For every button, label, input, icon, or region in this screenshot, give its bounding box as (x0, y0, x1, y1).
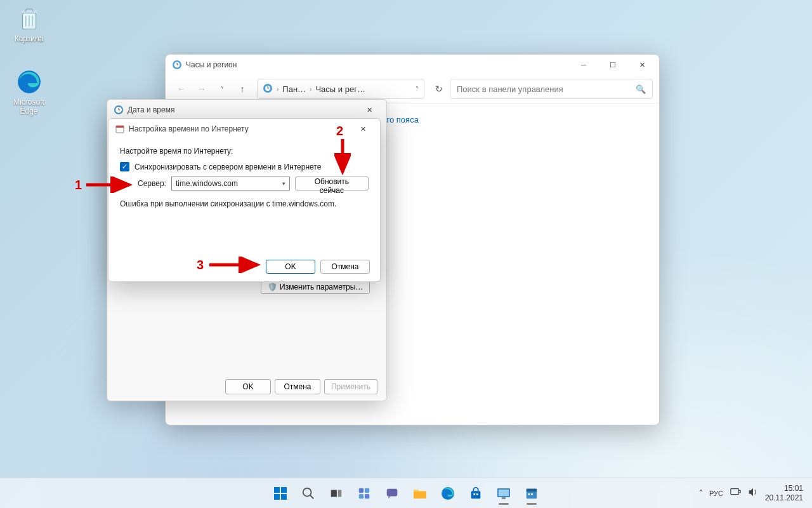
address-bar[interactable]: › Пан… › Часы и рег… ˅ (257, 79, 424, 99)
svg-rect-14 (274, 487, 280, 493)
recycle-bin[interactable]: Корзина (5, 5, 53, 43)
nav-refresh[interactable]: ↻ (429, 79, 449, 98)
cp-maximize[interactable]: ☐ (598, 55, 627, 74)
arrow-3 (207, 257, 263, 273)
tb-store[interactable] (463, 481, 488, 506)
svg-rect-31 (476, 493, 478, 495)
recycle-bin-label: Корзина (5, 34, 53, 43)
svg-rect-15 (281, 487, 287, 493)
cp-close[interactable]: ✕ (627, 55, 657, 74)
update-now-button[interactable]: Обновить сейчас (295, 177, 369, 190)
cp-title: Часы и регион (186, 60, 237, 69)
sync-error: Ошибка при выполнении синхронизации с ti… (120, 199, 369, 208)
nav-forward[interactable]: → (192, 79, 211, 98)
server-label: Сервер: (138, 179, 166, 188)
svg-rect-1 (21, 10, 37, 13)
cp-titlebar[interactable]: Часы и регион ─ ☐ ✕ (166, 55, 659, 75)
sync-checkbox[interactable]: ✓ (120, 162, 129, 171)
tb-widgets[interactable] (351, 481, 377, 506)
svg-rect-16 (274, 494, 280, 500)
cp-minimize[interactable]: ─ (569, 55, 598, 74)
edge-shortcut[interactable]: Microsoft Edge (5, 69, 53, 116)
recycle-bin-icon (16, 5, 43, 32)
inet-cancel[interactable]: Отмена (320, 260, 370, 274)
dt-cancel[interactable]: Отмена (275, 379, 320, 394)
svg-rect-30 (473, 493, 475, 495)
svg-rect-24 (359, 493, 363, 498)
svg-rect-20 (331, 490, 337, 497)
language-indicator[interactable]: РУС (709, 490, 723, 497)
svg-rect-39 (731, 489, 739, 495)
globe-clock-icon (172, 60, 182, 70)
dt-close[interactable]: ✕ (355, 100, 384, 119)
server-combo[interactable]: time.windows.com ▾ (171, 177, 290, 190)
nav-up[interactable]: ↑ (233, 79, 252, 98)
annotation-1: 1 (75, 178, 82, 192)
date-icon (115, 124, 125, 134)
svg-rect-23 (365, 488, 369, 492)
chevron-down-icon: ▾ (282, 180, 285, 187)
svg-rect-17 (281, 494, 287, 500)
volume-icon[interactable] (747, 487, 759, 499)
tb-control-panel[interactable] (491, 481, 516, 506)
svg-rect-29 (471, 491, 481, 498)
sync-label: Синхронизировать с сервером времени в Ин… (134, 163, 321, 171)
tb-taskview[interactable] (324, 481, 349, 506)
edge-icon (16, 69, 43, 95)
svg-rect-25 (365, 493, 369, 498)
clock-icon (114, 105, 124, 115)
taskbar: ˄ РУС 15:01 20.11.2021 (0, 478, 812, 508)
clock-date: 20.11.2021 (765, 493, 803, 502)
nav-recent[interactable]: ˅ (213, 79, 232, 98)
search-placeholder: Поиск в панели управления (457, 84, 563, 94)
arrow-1 (84, 177, 134, 193)
dt-titlebar[interactable]: Дата и время ✕ (107, 100, 386, 120)
shield-icon: 🛡️ (268, 283, 277, 291)
inet-ok[interactable]: OK (266, 260, 315, 274)
cp-search[interactable]: Поиск в панели управления 🔍 (450, 79, 653, 99)
svg-rect-38 (531, 493, 533, 495)
tb-date-time[interactable] (519, 481, 544, 506)
network-icon[interactable] (730, 487, 741, 499)
inet-title: Настройка времени по Интернету (129, 124, 249, 133)
nav-back[interactable]: ← (172, 79, 191, 98)
dt-apply: Применить (324, 379, 377, 394)
svg-line-19 (310, 495, 314, 498)
svg-rect-22 (359, 488, 363, 492)
svg-rect-27 (414, 491, 426, 498)
annotation-3: 3 (197, 258, 204, 272)
arrow-2 (334, 137, 351, 177)
svg-rect-34 (502, 497, 506, 499)
tb-edge[interactable] (435, 481, 461, 506)
tb-explorer[interactable] (407, 481, 433, 506)
start-button[interactable] (268, 481, 293, 506)
svg-rect-26 (387, 488, 398, 496)
inet-close[interactable]: ✕ (348, 119, 377, 138)
svg-rect-10 (116, 126, 124, 128)
tb-search[interactable] (296, 481, 321, 506)
clock[interactable]: 15:01 20.11.2021 (765, 484, 803, 502)
svg-rect-33 (499, 490, 509, 496)
tray-overflow[interactable]: ˄ (699, 489, 703, 498)
dt-ok[interactable]: OK (225, 379, 271, 394)
clock-time: 15:01 (765, 484, 803, 493)
server-value: time.windows.com (176, 179, 238, 188)
search-icon: 🔍 (636, 84, 646, 94)
svg-point-18 (303, 488, 311, 496)
globe-icon (263, 83, 273, 95)
change-params-button[interactable]: 🛡️ Изменить параметры… (261, 280, 370, 294)
tb-chat[interactable] (379, 481, 405, 506)
crumb-panel[interactable]: Пан… (282, 84, 306, 94)
inet-instruction: Настройте время по Интернету: (120, 147, 369, 156)
dt-title: Дата и время (128, 105, 174, 114)
edge-label: Microsoft Edge (5, 98, 53, 116)
svg-rect-21 (338, 490, 342, 497)
svg-rect-37 (528, 493, 530, 495)
svg-rect-36 (527, 488, 537, 491)
crumb-clock[interactable]: Часы и рег… (315, 84, 365, 94)
